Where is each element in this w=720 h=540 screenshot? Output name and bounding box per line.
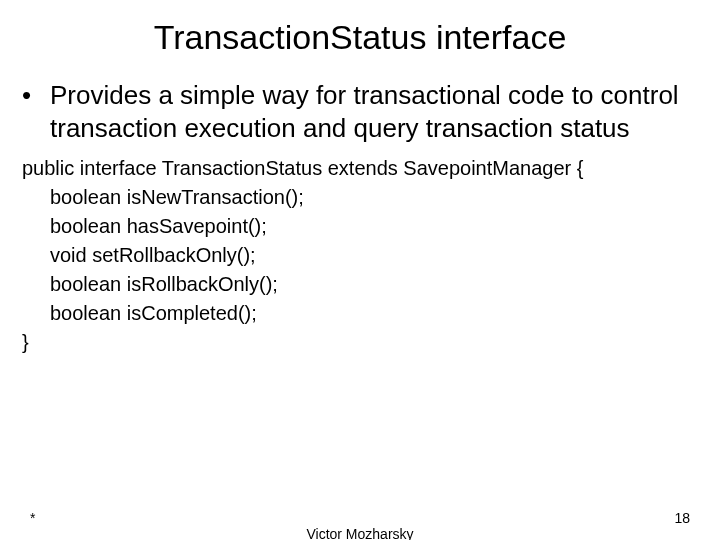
code-line-method: boolean isRollbackOnly();	[22, 270, 710, 299]
footer-author: Victor Mozharsky	[0, 526, 720, 540]
bullet-item: • Provides a simple way for transactiona…	[22, 79, 710, 146]
code-line-method: boolean isNewTransaction();	[22, 183, 710, 212]
footer-slide-number: 18	[674, 510, 690, 526]
slide-title: TransactionStatus interface	[0, 0, 720, 79]
code-line-method: boolean hasSavepoint();	[22, 212, 710, 241]
footer-date-placeholder: *	[30, 510, 35, 526]
bullet-text: Provides a simple way for transactional …	[50, 79, 710, 146]
code-line-declaration: public interface TransactionStatus exten…	[22, 154, 710, 183]
code-line-method: void setRollbackOnly();	[22, 241, 710, 270]
code-line-close-brace: }	[22, 328, 710, 357]
code-line-method: boolean isCompleted();	[22, 299, 710, 328]
slide-content: • Provides a simple way for transactiona…	[0, 79, 720, 357]
code-block: public interface TransactionStatus exten…	[22, 154, 710, 357]
bullet-marker: •	[22, 79, 50, 112]
